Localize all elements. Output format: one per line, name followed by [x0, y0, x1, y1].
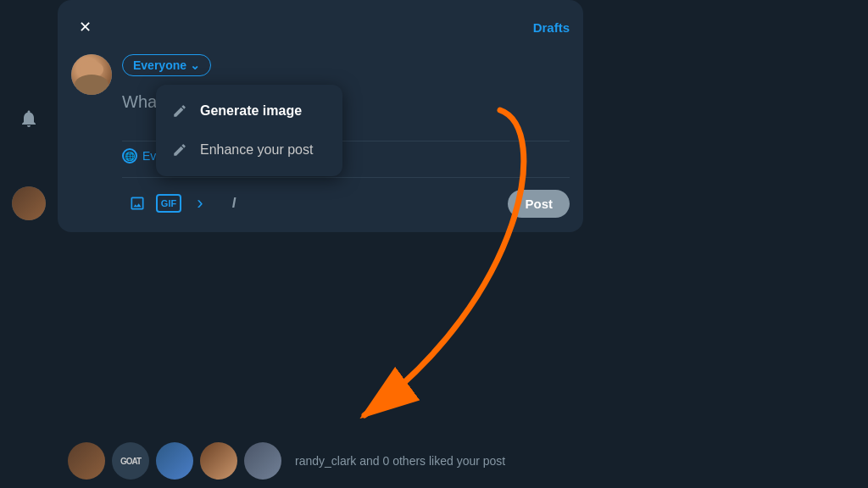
- add-image-button[interactable]: [122, 188, 153, 219]
- enhance-post-label: Enhance your post: [200, 142, 313, 158]
- feed-avatar-2: GOAT: [112, 442, 149, 480]
- generate-image-icon: [171, 103, 188, 119]
- notifications-icon[interactable]: [12, 102, 46, 136]
- compose-toolbar: GIF › I Post: [122, 177, 570, 219]
- globe-icon: 🌐: [122, 148, 137, 164]
- add-gif-button[interactable]: GIF: [156, 194, 181, 213]
- generate-image-option[interactable]: Generate image: [156, 92, 342, 130]
- sidebar: [0, 0, 58, 488]
- feed-text: randy_clark and 0 others liked your post: [295, 454, 505, 468]
- feed-avatar-1: [68, 442, 105, 480]
- compose-area: Everyone ⌄ What is happening?! 🌐 Everyon…: [122, 54, 570, 219]
- toolbar-dropdown: Generate image Enhance your post: [156, 85, 342, 176]
- audience-label: Everyone: [133, 58, 186, 72]
- toolbar-icons: GIF › I: [122, 188, 249, 219]
- feed-avatar-5: [244, 442, 281, 480]
- background-right-panel: [563, 0, 868, 488]
- compose-body: Everyone ⌄ What is happening?! 🌐 Everyon…: [71, 54, 570, 219]
- chevron-down-icon: ⌄: [190, 58, 200, 72]
- feed-avatar-4: [200, 442, 237, 480]
- feed-row: GOAT randy_clark and 0 others liked your…: [68, 442, 505, 480]
- more-options-button[interactable]: ›: [185, 188, 215, 219]
- compose-modal: ✕ Drafts Everyone ⌄ What is happening?! …: [58, 0, 583, 232]
- sidebar-user-avatar[interactable]: [12, 186, 46, 220]
- audience-selector[interactable]: Everyone ⌄: [122, 54, 211, 76]
- enhance-post-option[interactable]: Enhance your post: [156, 130, 342, 169]
- user-avatar: [71, 54, 112, 95]
- drafts-button[interactable]: Drafts: [533, 20, 570, 35]
- modal-header: ✕ Drafts: [71, 14, 570, 41]
- enhance-post-icon: [171, 142, 188, 158]
- feed-avatar-3: [156, 442, 193, 480]
- post-button[interactable]: Post: [508, 190, 570, 218]
- close-button[interactable]: ✕: [71, 14, 98, 41]
- generate-image-label: Generate image: [200, 103, 302, 119]
- italic-button[interactable]: I: [219, 188, 249, 219]
